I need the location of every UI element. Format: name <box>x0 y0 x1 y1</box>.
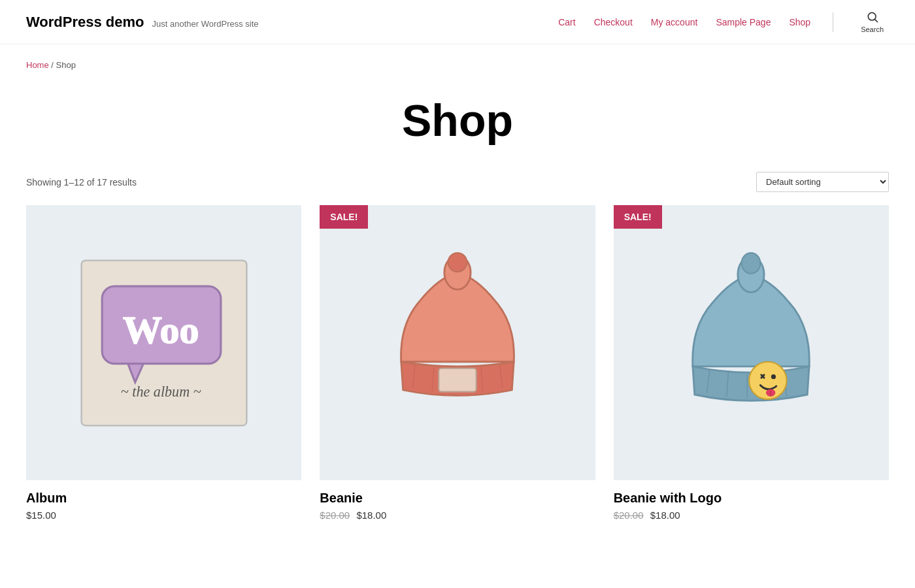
results-count: Showing 1–12 of 17 results <box>26 177 137 188</box>
product-card-beanie: SALE! Beanie $20.00 <box>320 205 595 526</box>
svg-line-1 <box>874 20 877 22</box>
breadcrumb-separator: / <box>51 60 56 70</box>
breadcrumb-current: Shop <box>56 60 76 70</box>
product-price-beanie-logo: $20.00 $18.00 <box>614 510 889 521</box>
svg-rect-9 <box>439 368 476 391</box>
price-old-beanie-logo: $20.00 <box>614 510 644 521</box>
product-image-beanie-logo[interactable]: SALE! <box>614 205 889 480</box>
price-new-beanie-logo: $18.00 <box>650 510 680 521</box>
nav-divider <box>833 12 833 32</box>
search-icon <box>866 10 879 24</box>
page-title-section: Shop <box>0 75 915 172</box>
svg-point-24 <box>771 374 776 379</box>
nav-sample-page[interactable]: Sample Page <box>716 17 771 27</box>
nav-checkout[interactable]: Checkout <box>594 17 633 27</box>
svg-point-15 <box>742 253 761 274</box>
main-nav: Cart Checkout My account Sample Page Sho… <box>558 8 889 36</box>
shop-toolbar: Showing 1–12 of 17 results Default sorti… <box>0 172 915 205</box>
breadcrumb-home[interactable]: Home <box>26 60 49 70</box>
site-header: WordPress demo Just another WordPress si… <box>0 0 915 44</box>
price-new-beanie: $18.00 <box>356 510 386 521</box>
sale-badge-beanie-logo: SALE! <box>614 205 662 229</box>
sale-badge-beanie: SALE! <box>320 205 368 229</box>
search-label: Search <box>861 25 884 33</box>
site-tagline: Just another WordPress site <box>152 19 259 29</box>
search-button[interactable]: Search <box>856 8 889 36</box>
product-name-album: Album <box>26 491 301 506</box>
svg-point-8 <box>448 253 467 272</box>
product-name-beanie-logo: Beanie with Logo <box>614 491 889 506</box>
page-title: Shop <box>0 95 915 146</box>
product-grid: Woo ~ the album ~ Album $15.00 SALE! <box>0 205 915 552</box>
product-card-beanie-logo: SALE! <box>614 205 889 526</box>
product-name-beanie: Beanie <box>320 491 595 506</box>
site-title: WordPress demo <box>26 14 144 31</box>
product-card-album: Woo ~ the album ~ Album $15.00 <box>26 205 301 526</box>
product-info-beanie-logo: Beanie with Logo $20.00 $18.00 <box>614 480 889 526</box>
beanie-illustration <box>354 240 561 446</box>
product-info-beanie: Beanie $20.00 $18.00 <box>320 480 595 526</box>
product-image-album[interactable]: Woo ~ the album ~ <box>26 205 301 480</box>
nav-my-account[interactable]: My account <box>651 17 698 27</box>
svg-point-0 <box>868 12 876 20</box>
album-illustration: Woo ~ the album ~ <box>61 240 267 446</box>
site-branding: WordPress demo Just another WordPress si… <box>26 14 558 31</box>
svg-text:~ the  album ~: ~ the album ~ <box>121 384 201 400</box>
breadcrumb: Home / Shop <box>0 44 915 75</box>
product-price-album: $15.00 <box>26 510 301 521</box>
svg-text:Woo: Woo <box>123 308 199 351</box>
product-price-beanie: $20.00 $18.00 <box>320 510 595 521</box>
product-image-beanie[interactable]: SALE! <box>320 205 595 480</box>
sort-select[interactable]: Default sorting Sort by popularity Sort … <box>756 172 889 192</box>
price-old-beanie: $20.00 <box>320 510 350 521</box>
nav-cart[interactable]: Cart <box>558 17 575 27</box>
product-info-album: Album $15.00 <box>26 480 301 526</box>
beanie-logo-illustration <box>648 240 854 446</box>
nav-shop[interactable]: Shop <box>789 17 810 27</box>
